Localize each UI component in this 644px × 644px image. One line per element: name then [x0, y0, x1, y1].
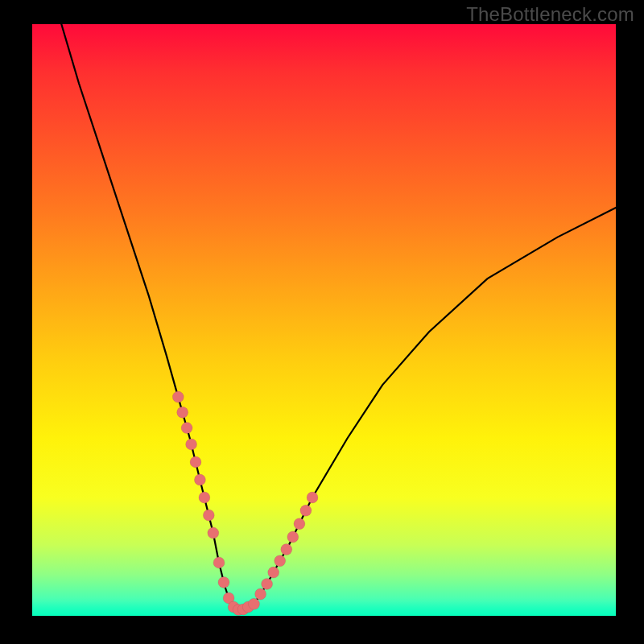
- data-dot: [255, 588, 266, 600]
- data-dot: [262, 578, 273, 589]
- watermark-text: TheBottleneck.com: [466, 3, 634, 26]
- data-dot: [194, 474, 205, 485]
- data-dot: [307, 492, 318, 503]
- data-dots: [172, 391, 318, 615]
- data-dot: [287, 531, 299, 543]
- bottleneck-curve: [61, 24, 616, 610]
- data-dot: [294, 518, 305, 530]
- chart-frame: TheBottleneck.com: [0, 0, 644, 644]
- data-dot: [268, 567, 279, 578]
- data-dot: [300, 505, 312, 516]
- data-dot: [275, 555, 286, 567]
- data-dot: [186, 439, 197, 450]
- data-dot: [172, 391, 184, 402]
- data-dot: [218, 576, 229, 588]
- data-dot: [203, 510, 214, 521]
- data-dot: [177, 407, 188, 418]
- plot-area: [32, 24, 616, 616]
- curve-layer: [32, 24, 616, 616]
- data-dot: [213, 557, 225, 568]
- data-dot: [181, 423, 192, 434]
- data-dot: [208, 527, 219, 539]
- data-dot: [199, 492, 210, 503]
- data-dot: [281, 544, 292, 555]
- data-dot: [249, 598, 260, 609]
- data-dot: [190, 456, 201, 468]
